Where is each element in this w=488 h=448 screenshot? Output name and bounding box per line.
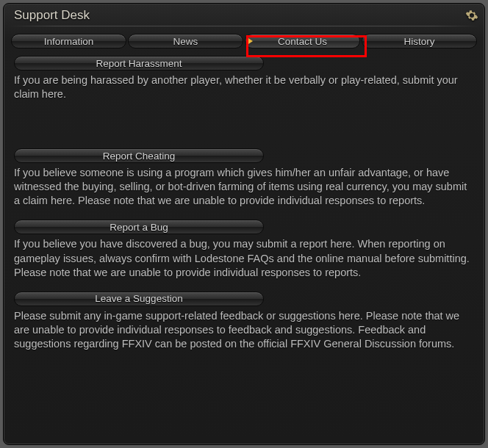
settings-gear-icon[interactable] [465, 9, 478, 22]
titlebar: Support Desk [4, 4, 484, 26]
section-leave-suggestion: Leave a Suggestion Please submit any in-… [14, 292, 474, 351]
section-report-bug: Report a Bug If you believe you have dis… [14, 220, 474, 279]
tab-label: Information [44, 36, 94, 47]
section-report-harassment: Report Harassment If you are being haras… [14, 56, 474, 137]
section-title: Leave a Suggestion [95, 293, 182, 304]
section-report-cheating: Report Cheating If you believe someone i… [14, 148, 474, 208]
section-description: Please submit any in-game support-relate… [14, 309, 474, 351]
support-desk-window: Support Desk Information News Contact Us… [3, 3, 485, 445]
content-area: Report Harassment If you are being haras… [4, 53, 484, 358]
window-title: Support Desk [14, 8, 90, 23]
leave-suggestion-button[interactable]: Leave a Suggestion [14, 292, 264, 306]
report-cheating-button[interactable]: Report Cheating [14, 148, 264, 163]
tab-label: History [403, 36, 434, 47]
section-title: Report a Bug [110, 222, 168, 233]
tabs: Information News Contact Us History [4, 28, 484, 53]
tab-label: News [173, 36, 198, 47]
section-title: Report Harassment [96, 58, 182, 69]
tab-label: Contact Us [278, 36, 327, 47]
report-bug-button[interactable]: Report a Bug [14, 220, 264, 234]
report-harassment-button[interactable]: Report Harassment [14, 56, 264, 71]
titlebar-divider [8, 26, 480, 26]
section-title: Report Cheating [103, 151, 175, 162]
section-description: If you believe you have discovered a bug… [14, 237, 474, 279]
section-description: If you are being harassed by another pla… [14, 73, 474, 101]
tab-information[interactable]: Information [11, 34, 126, 48]
section-description: If you believe someone is using a progra… [14, 166, 474, 208]
tab-history[interactable]: History [362, 34, 477, 48]
tab-news[interactable]: News [128, 34, 243, 48]
tab-contact-us[interactable]: Contact Us [245, 34, 360, 48]
